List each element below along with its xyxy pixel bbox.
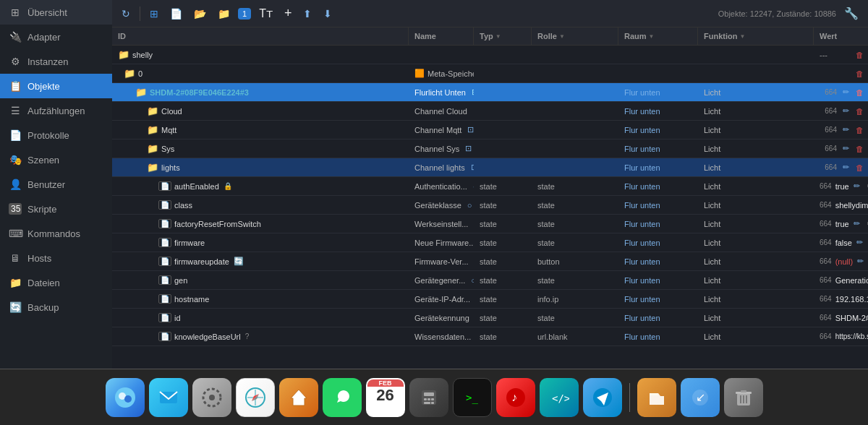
cell-actions: 664 SHDM-2#08F9E0... ✏ ⚙: [814, 310, 868, 325]
table-row[interactable]: 📄 knowledgeBaseUrl ? Wissensdaten... ○ s…: [112, 327, 868, 346]
table-row-firmwareupdate[interactable]: 📄 firmwareupdate 🔄 Firmware-Ver... ○ sta…: [112, 252, 868, 271]
sidebar-item-dateien[interactable]: 📁 Dateien: [0, 270, 112, 295]
sidebar-item-label: Benutzer: [27, 179, 65, 190]
edit-button[interactable]: ✏: [841, 87, 851, 98]
table-row[interactable]: 📁 0 🟧 Meta-Speiche... 📄 meta 🗑: [112, 64, 868, 83]
cell-id: 📄 firmware: [112, 236, 409, 249]
dock-whatsapp[interactable]: [323, 378, 362, 417]
dock-finder[interactable]: [106, 378, 145, 417]
sidebar-item-backup[interactable]: 🔄 Backup: [0, 295, 112, 319]
sidebar-item-aufzahlungen[interactable]: ☰ Aufzählungen: [0, 98, 112, 123]
folder-button[interactable]: 📁: [214, 6, 234, 22]
dock-home[interactable]: [279, 378, 318, 417]
sidebar-item-kommandos[interactable]: ⌨ Kommandos: [0, 221, 112, 246]
cell-name: Wissensdaten... ○ state: [409, 330, 474, 343]
cell-rolle: [532, 90, 618, 95]
delete-button[interactable]: 🗑: [854, 144, 866, 154]
view-list-button[interactable]: 📄: [166, 6, 186, 22]
upload-button[interactable]: ⬆: [299, 6, 315, 22]
dock-mail[interactable]: [149, 378, 188, 417]
dock-calculator[interactable]: [409, 378, 448, 417]
sidebar-item-szenen[interactable]: 🎭 Szenen: [0, 147, 112, 172]
th-rolle[interactable]: Rolle▼: [532, 27, 618, 45]
table-row[interactable]: 📁 SHDM-2#08F9E046E224#3 Flurlicht Unten …: [112, 83, 868, 102]
cell-actions: 664 192.168.178.10 ✏ ⚙: [814, 291, 868, 306]
folder-open-button[interactable]: 📂: [190, 6, 210, 22]
dock-calendar[interactable]: FEB 26: [366, 378, 405, 417]
delete-button[interactable]: 🗑: [854, 50, 866, 60]
sidebar-item-skripte[interactable]: 35 Skripte: [0, 197, 112, 221]
ubersicht-icon: ⊞: [9, 7, 22, 18]
table-row-firmware[interactable]: 📄 firmware Neue Firmware... ○ state stat…: [112, 233, 868, 252]
cell-funktion: [698, 72, 814, 76]
table-row[interactable]: 📄 id Gerätekennung ○ state state state F…: [112, 309, 868, 327]
edit-button[interactable]: ✏: [855, 256, 866, 267]
table-row[interactable]: 📁 Cloud Channel Cloud ⊡ channel Flur unt…: [112, 102, 868, 121]
th-raum[interactable]: Raum▼: [618, 27, 698, 45]
settings-button[interactable]: ⚙: [864, 181, 868, 192]
cell-typ: state: [474, 274, 532, 287]
table-row[interactable]: 📁 shelly --- 🗑: [112, 46, 868, 64]
protokolle-icon: 📄: [9, 129, 22, 141]
dock-safari[interactable]: [236, 378, 275, 417]
refresh-button[interactable]: ↻: [118, 6, 134, 22]
th-name[interactable]: Name: [409, 27, 474, 45]
cell-rolle: state: [532, 180, 618, 193]
table-row[interactable]: 📄 class Geräteklasse ○ state state state…: [112, 196, 868, 215]
cell-name: Neue Firmware... ○ state: [409, 236, 474, 249]
table-row-lights[interactable]: 📁 lights Channel lights ⊡ channel Flur u…: [112, 158, 868, 177]
dock-trash[interactable]: [724, 378, 763, 417]
settings-button[interactable]: ⚙: [864, 218, 868, 229]
edit-button[interactable]: ✏: [841, 162, 851, 173]
dock-terminal[interactable]: >_: [453, 378, 492, 417]
cell-funktion: Licht: [698, 199, 814, 212]
table-row[interactable]: 📄 gen Gerätegener... ○ state state state…: [112, 271, 868, 290]
dock-downloads[interactable]: ↙: [681, 378, 720, 417]
edit-button[interactable]: ✏: [841, 124, 851, 135]
table-row[interactable]: 📄 authEnabled 🔒 Authenticatio... ○ state…: [112, 177, 868, 196]
table-row[interactable]: 📄 factoryResetFromSwitch Werkseinstell..…: [112, 215, 868, 233]
dock-music[interactable]: ♪: [496, 378, 535, 417]
edit-button[interactable]: ✏: [841, 106, 851, 116]
th-typ[interactable]: Typ▼: [474, 27, 532, 45]
table-row[interactable]: 📁 Sys Channel Sys ⊡ channel Flur unten L…: [112, 139, 868, 158]
cell-raum: Flur unten: [618, 124, 698, 137]
sidebar-item-label: Hosts: [27, 253, 51, 264]
settings-button[interactable]: 🔧: [841, 4, 862, 22]
sidebar-item-adapter[interactable]: 🔌 Adapter: [0, 25, 112, 49]
edit-button[interactable]: ✏: [851, 218, 862, 229]
edit-button[interactable]: ✏: [851, 181, 862, 192]
sidebar-item-benutzer[interactable]: 👤 Benutzer: [0, 172, 112, 197]
dock-divider: [629, 383, 630, 412]
table-row[interactable]: 📄 hostname Geräte-IP-Adr... ○ state stat…: [112, 290, 868, 309]
th-wert[interactable]: Wert: [814, 27, 868, 45]
cell-name: Channel Cloud ⊡ channel: [409, 104, 474, 118]
sidebar-item-protokolle[interactable]: 📄 Protokolle: [0, 123, 112, 147]
add-button[interactable]: +: [281, 4, 296, 23]
badge-button[interactable]: 1: [238, 8, 251, 20]
dock-files[interactable]: [637, 378, 676, 417]
cell-actions: 664 ✏ 🗑: [814, 85, 868, 100]
delete-button[interactable]: 🗑: [854, 87, 866, 98]
view-table-button[interactable]: ⊞: [146, 6, 162, 22]
delete-button[interactable]: 🗑: [854, 125, 866, 135]
sidebar-item-ubersicht[interactable]: ⊞ Übersicht: [0, 0, 112, 25]
delete-button[interactable]: 🗑: [854, 69, 866, 79]
sidebar-item-objekte[interactable]: 📋 Objekte: [0, 74, 112, 98]
sidebar-item-instanzen[interactable]: ⚙ Instanzen: [0, 49, 112, 74]
dock-vscode[interactable]: </>: [540, 378, 579, 417]
delete-button[interactable]: 🗑: [854, 106, 866, 116]
text-button[interactable]: Tᴛ: [255, 4, 276, 22]
dock-system-preferences[interactable]: [192, 378, 231, 417]
table-row[interactable]: 📁 Mqtt Channel Mqtt ⊡ channel Flur unten…: [112, 121, 868, 139]
sidebar-item-hosts[interactable]: 🖥 Hosts: [0, 246, 112, 270]
download-button[interactable]: ⬇: [320, 6, 336, 22]
edit-button[interactable]: ✏: [841, 143, 851, 154]
th-id[interactable]: ID: [112, 27, 409, 45]
delete-button[interactable]: 🗑: [854, 163, 866, 173]
edit-button[interactable]: ✏: [854, 237, 865, 248]
cell-id: 📄 class: [112, 198, 409, 212]
dock-telegram[interactable]: [583, 378, 622, 417]
sidebar: ⊞ Übersicht 🔌 Adapter ⚙ Instanzen 📋 Obje…: [0, 0, 112, 369]
th-funktion[interactable]: Funktion▼: [698, 27, 814, 45]
